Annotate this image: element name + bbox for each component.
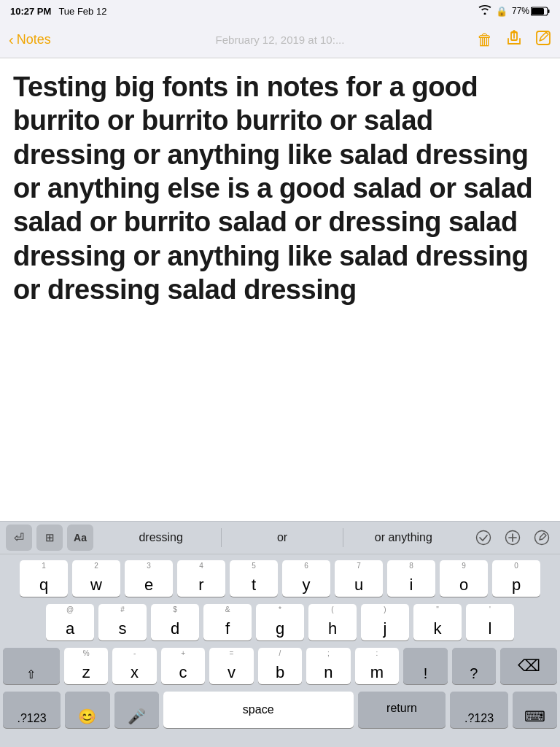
key-d[interactable]: $d <box>151 604 199 640</box>
key-h[interactable]: (h <box>308 604 357 640</box>
key-c[interactable]: +c <box>161 648 205 684</box>
status-bar: 10:27 PM Tue Feb 12 🔒 77% <box>0 0 560 22</box>
svg-rect-1 <box>532 8 544 15</box>
add-icon[interactable] <box>500 525 525 550</box>
key-l[interactable]: 'l <box>466 604 514 640</box>
key-f[interactable]: &f <box>203 604 252 640</box>
font-size-icon[interactable]: Aa <box>67 525 93 551</box>
autocomplete-left-icons: ⏎ ⊞ Aa <box>6 525 93 551</box>
keyboard-bottom-row: .?123😊🎤spacereturn.?123⌨ <box>3 692 557 728</box>
suggest-3[interactable]: or anything <box>343 528 464 547</box>
chevron-left-icon: ‹ <box>9 31 14 48</box>
key-y[interactable]: 6y <box>282 560 330 597</box>
keyboard-row-2: @a#s$d&f*g(h)j"k'l <box>3 604 557 640</box>
keyboard-row-1: 1q2w3e4r5t6y7u8i9o0p <box>3 560 557 597</box>
pencil-icon[interactable] <box>529 525 554 550</box>
key-question[interactable]: ? <box>452 648 496 684</box>
autocomplete-bar: ⏎ ⊞ Aa dressing or or anything <box>0 521 560 554</box>
note-content[interactable]: Testing big fonts in notes for a good bu… <box>0 58 560 521</box>
key-k[interactable]: "k <box>413 604 462 640</box>
key-u[interactable]: 7u <box>335 560 383 597</box>
suggest-2[interactable]: or <box>222 528 343 547</box>
note-text[interactable]: Testing big fonts in notes for a good bu… <box>13 70 547 307</box>
key-r[interactable]: 4r <box>177 560 225 597</box>
format-icon[interactable]: ⊞ <box>36 525 63 551</box>
autocomplete-suggestions: dressing or or anything <box>101 528 464 547</box>
svg-point-7 <box>535 531 549 545</box>
key-g[interactable]: *g <box>256 604 304 640</box>
status-date: Tue Feb 12 <box>58 6 106 17</box>
key-o[interactable]: 9o <box>440 560 488 597</box>
key-exclaim[interactable]: ! <box>403 648 447 684</box>
nav-actions: 🗑 <box>477 30 551 50</box>
svg-point-5 <box>477 531 491 545</box>
key-p[interactable]: 0p <box>492 560 540 597</box>
keyboard-dismiss-key[interactable]: ⌨ <box>513 692 557 728</box>
svg-rect-2 <box>548 9 550 13</box>
trash-icon[interactable]: 🗑 <box>477 31 493 50</box>
back-label: Notes <box>17 32 51 47</box>
key-n[interactable]: ;n <box>306 648 350 684</box>
key-e[interactable]: 3e <box>125 560 173 597</box>
key-v[interactable]: =v <box>209 648 253 684</box>
autocomplete-right-icons <box>471 525 554 550</box>
key-i[interactable]: 8i <box>387 560 435 597</box>
indent-icon[interactable]: ⏎ <box>6 525 32 551</box>
key-t[interactable]: 5t <box>230 560 278 597</box>
key-j[interactable]: )j <box>361 604 409 640</box>
return-key[interactable]: return <box>358 692 446 728</box>
mic-key[interactable]: 🎤 <box>114 692 159 728</box>
emoji-key[interactable]: 😊 <box>65 692 109 728</box>
status-icons: 🔒 77% <box>478 5 550 17</box>
lock-icon: 🔒 <box>496 6 508 17</box>
share-icon[interactable] <box>506 30 522 50</box>
wifi-icon <box>478 5 491 17</box>
key-b[interactable]: /b <box>258 648 302 684</box>
key-q[interactable]: 1q <box>20 560 68 597</box>
keyboard: 1q2w3e4r5t6y7u8i9o0p @a#s$d&f*g(h)j"k'l … <box>0 554 560 747</box>
nav-bar: ‹ Notes February 12, 2019 at 10:... 🗑 <box>0 22 560 58</box>
backspace-key[interactable]: ⌫ <box>500 648 557 684</box>
back-button[interactable]: ‹ Notes <box>9 31 51 48</box>
note-date: February 12, 2019 at 10:... <box>216 34 345 46</box>
keyboard-row-3: ⇧%z-x+c=v/b;n:m!?⌫ <box>3 648 557 684</box>
space-key[interactable]: space <box>163 692 354 728</box>
dotnum-key[interactable]: .?123 <box>450 692 508 728</box>
key-z[interactable]: %z <box>64 648 108 684</box>
key-s[interactable]: #s <box>98 604 147 640</box>
shift-key[interactable]: ⇧ <box>3 648 60 684</box>
accept-icon[interactable] <box>471 525 496 550</box>
key-a[interactable]: @a <box>46 604 94 640</box>
key-w[interactable]: 2w <box>72 560 120 597</box>
key-123[interactable]: .?123 <box>3 692 61 728</box>
edit-icon[interactable] <box>535 30 551 50</box>
backspace-icon: ⌫ <box>518 657 540 676</box>
key-m[interactable]: :m <box>355 648 399 684</box>
status-time: 10:27 PM <box>10 6 51 17</box>
key-x[interactable]: -x <box>112 648 156 684</box>
battery-icon: 77% <box>512 6 550 16</box>
suggest-1[interactable]: dressing <box>101 528 222 547</box>
